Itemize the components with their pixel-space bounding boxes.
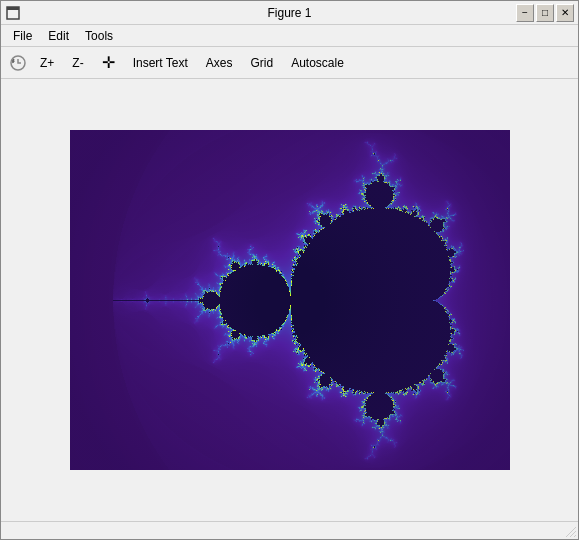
minimize-button[interactable]: −: [516, 4, 534, 22]
pan-button[interactable]: ✛: [95, 49, 122, 76]
history-icon[interactable]: [7, 52, 29, 74]
window-title: Figure 1: [1, 6, 578, 20]
mandelbrot-plot[interactable]: [70, 130, 510, 470]
menu-tools[interactable]: Tools: [77, 27, 121, 45]
window-icon: [5, 5, 21, 21]
resize-grip[interactable]: [562, 523, 576, 537]
status-bar: [1, 521, 578, 539]
title-bar: Figure 1 − □ ✕: [1, 1, 578, 25]
title-bar-left: [5, 5, 21, 21]
menu-file[interactable]: File: [5, 27, 40, 45]
autoscale-button[interactable]: Autoscale: [284, 52, 351, 74]
pan-icon: ✛: [102, 53, 115, 72]
plot-container: [70, 130, 510, 470]
menu-edit[interactable]: Edit: [40, 27, 77, 45]
zoom-plus-button[interactable]: Z+: [33, 52, 61, 74]
close-button[interactable]: ✕: [556, 4, 574, 22]
svg-rect-1: [7, 7, 19, 10]
svg-line-5: [574, 535, 576, 537]
title-bar-controls: − □ ✕: [516, 4, 574, 22]
axes-button[interactable]: Axes: [199, 52, 240, 74]
main-window: Figure 1 − □ ✕ File Edit Tools Z+ Z- ✛: [0, 0, 579, 540]
toolbar: Z+ Z- ✛ Insert Text Axes Grid Autoscale: [1, 47, 578, 79]
menu-bar: File Edit Tools: [1, 25, 578, 47]
insert-text-button[interactable]: Insert Text: [126, 52, 195, 74]
zoom-minus-button[interactable]: Z-: [65, 52, 90, 74]
content-area: [1, 79, 578, 521]
restore-button[interactable]: □: [536, 4, 554, 22]
grid-button[interactable]: Grid: [244, 52, 281, 74]
